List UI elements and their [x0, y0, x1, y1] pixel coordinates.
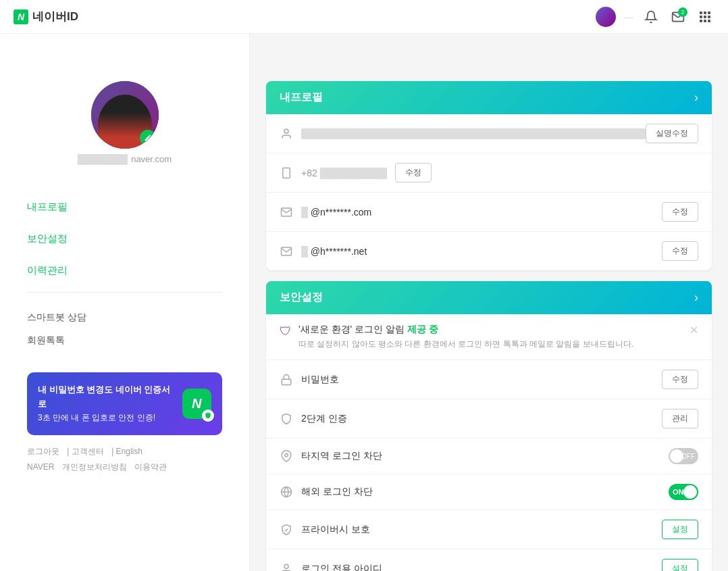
- profile-row-phone: +82 ██████████ 수정: [266, 153, 712, 193]
- nav-item-my-profile[interactable]: 내프로필: [27, 191, 222, 223]
- naver-logo: N: [14, 9, 28, 24]
- footer-naver[interactable]: NAVER: [27, 462, 54, 472]
- notice-desc: 따로 설정하지 않아도 평소와 다른 환경에서 로그인 하면 톡톡과 메일로 알…: [298, 338, 683, 350]
- shield-icon: [280, 412, 293, 426]
- promo-line2: 3초 만에 내 폰 입호로 안전 인증!: [38, 413, 155, 422]
- nav-item-member-talk[interactable]: 회원톡톡: [27, 329, 222, 352]
- logo-area: N 네이버ID: [14, 9, 78, 24]
- profile-row-email2: █ @h*******.net 수정: [266, 232, 712, 270]
- profile-name-edit-button[interactable]: 실명수정: [646, 124, 698, 143]
- privacy-icon: [280, 523, 293, 537]
- security-card-header[interactable]: 보안설정 ›: [266, 281, 712, 314]
- footer-customer[interactable]: 고객센터: [72, 447, 104, 456]
- footer-privacy[interactable]: 개인정보처리방침: [62, 462, 127, 472]
- security-password-label: 비밀번호: [301, 374, 662, 386]
- globe-icon: [280, 485, 293, 499]
- profile-row-name: 실명수정: [266, 114, 712, 153]
- notice-title: '새로운 환경' 로그인 알림 제공 중: [298, 324, 683, 336]
- international-toggle-thumb: [683, 485, 697, 499]
- profile-id-text: ████████: [78, 154, 128, 164]
- nav-item-security[interactable]: 보안설정: [27, 223, 222, 255]
- profile-phone-edit-button[interactable]: 수정: [395, 163, 432, 182]
- email-icon-1: [280, 205, 293, 219]
- header-avatar[interactable]: [596, 7, 616, 27]
- security-privacy-setting-button[interactable]: 설정: [662, 520, 698, 539]
- profile-row-email1: █ @n*******.com 수정: [266, 193, 712, 232]
- grid-menu[interactable]: [696, 7, 714, 26]
- profile-id: ████████ naver.com: [27, 154, 222, 164]
- notification-bell[interactable]: [642, 7, 660, 26]
- nav-item-history[interactable]: 이력관리: [27, 255, 222, 287]
- region-toggle-track[interactable]: OFF: [669, 448, 698, 464]
- svg-point-4: [285, 453, 288, 457]
- profile-card: 내프로필 › 실명수정 +82 ██████████ 수정: [266, 81, 712, 270]
- international-toggle[interactable]: ON: [669, 484, 698, 500]
- promo-line1: 내 비밀번호 변경도 네이버 인증서로: [38, 384, 170, 409]
- profile-email1-edit-button[interactable]: 수정: [662, 202, 698, 222]
- security-row-international: 해외 로그인 차단 ON: [266, 474, 712, 510]
- security-2step-label: 2단계 인증: [301, 413, 662, 425]
- security-row-login-id: 로그인 전용 아이디 설정: [266, 549, 712, 571]
- avatar-image: [596, 7, 616, 27]
- security-privacy-label: 프라이버시 보호: [301, 524, 662, 536]
- security-card-title: 보안설정: [280, 291, 323, 305]
- secondary-nav: 스마트봇 상담 회원톡톡: [27, 306, 222, 352]
- footer-terms[interactable]: 이용약관: [134, 462, 167, 472]
- sidebar: ████████ naver.com 내프로필 보안설정 이력관리 스마트봇 상…: [0, 34, 250, 571]
- nav-divider: [27, 292, 222, 293]
- mail-icon[interactable]: 2: [669, 7, 687, 26]
- profile-section: ████████ naver.com: [27, 81, 222, 164]
- avatar-large: [91, 81, 159, 149]
- profile-name-value: [301, 128, 646, 139]
- profile-phone-value: +82 ██████████: [301, 168, 387, 178]
- security-row-2step: 2단계 인증 관리: [266, 399, 712, 439]
- top-header: N 네이버ID — 2: [0, 0, 728, 34]
- profile-id-suffix: naver.com: [131, 154, 172, 164]
- profile-card-chevron: ›: [694, 91, 698, 105]
- region-toggle[interactable]: OFF: [669, 448, 698, 464]
- header-icons: — 2: [596, 7, 714, 27]
- notice-icon: 🛡: [280, 324, 292, 339]
- security-region-label: 타지역 로그인 차단: [301, 450, 669, 462]
- security-row-password: 비밀번호 수정: [266, 360, 712, 399]
- person-key-icon: [280, 562, 293, 572]
- naver-n-letter: N: [18, 11, 24, 22]
- nav-item-chatbot[interactable]: 스마트봇 상담: [27, 306, 222, 329]
- svg-point-0: [284, 129, 288, 133]
- security-password-edit-button[interactable]: 수정: [662, 370, 698, 389]
- security-login-id-setting-button[interactable]: 설정: [662, 559, 698, 571]
- separator: —: [624, 11, 633, 22]
- profile-email2-label: █ @h*******.net: [301, 246, 662, 257]
- location-icon: [280, 449, 293, 463]
- svg-point-7: [284, 564, 288, 568]
- notice-close-button[interactable]: ✕: [690, 324, 698, 337]
- toggle-on-label: ON: [673, 488, 684, 496]
- lock-icon: [280, 373, 293, 387]
- profile-card-title: 내프로필: [280, 91, 323, 105]
- security-international-label: 해외 로그인 차단: [301, 486, 669, 498]
- grid-icon: [700, 11, 710, 22]
- promo-banner[interactable]: 내 비밀번호 변경도 네이버 인증서로 3초 만에 내 폰 입호로 안전 인증!: [27, 372, 222, 435]
- security-row-region: 타지역 로그인 차단 OFF: [266, 439, 712, 474]
- security-card-chevron: ›: [694, 291, 698, 305]
- security-row-privacy: 프라이버시 보호 설정: [266, 510, 712, 549]
- phone-icon: [280, 166, 293, 180]
- person-icon: [280, 127, 293, 141]
- profile-email1-label: █ @n*******.com: [301, 207, 662, 218]
- profile-email2-edit-button[interactable]: 수정: [662, 241, 698, 261]
- footer-links: 로그아웃 | 고객센터 | English: [27, 446, 222, 457]
- footer-brand: NAVER 개인정보처리방침 이용약관: [27, 462, 222, 473]
- security-card: 보안설정 › 🛡 '새로운 환경' 로그인 알림 제공 중 따로 설정하지 않아…: [266, 281, 712, 571]
- avatar-edit-button[interactable]: [140, 130, 156, 146]
- international-toggle-track[interactable]: ON: [669, 484, 698, 500]
- footer-logout[interactable]: 로그아웃: [27, 447, 59, 456]
- profile-card-header[interactable]: 내프로필 ›: [266, 81, 712, 114]
- footer-english[interactable]: English: [116, 447, 142, 456]
- notice-content: '새로운 환경' 로그인 알림 제공 중 따로 설정하지 않아도 평소와 다른 …: [298, 324, 683, 350]
- shield-badge: [202, 409, 214, 422]
- security-2step-manage-button[interactable]: 관리: [662, 409, 698, 428]
- toggle-off-label: OFF: [681, 453, 695, 460]
- security-notice: 🛡 '새로운 환경' 로그인 알림 제공 중 따로 설정하지 않아도 평소와 다…: [266, 314, 712, 360]
- logo-text: 네이버ID: [32, 9, 78, 24]
- main-content: 내프로필 › 실명수정 +82 ██████████ 수정: [250, 34, 728, 571]
